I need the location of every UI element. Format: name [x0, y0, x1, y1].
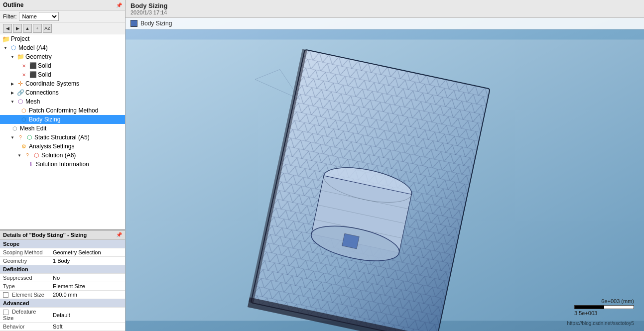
section-definition: Definition [0, 265, 125, 273]
geometry-toggle[interactable]: ▼ [9, 53, 16, 60]
section-advanced: Advanced [0, 299, 125, 308]
static-toggle[interactable]: ▼ [9, 134, 16, 141]
scale-bar: 6e+003 (mm) 3.5e+003 [574, 298, 634, 316]
solution-toggle[interactable]: ▼ [16, 152, 23, 159]
details-panel: Details of "Body Sizing" - Sizing 📌 Scop… [0, 229, 125, 331]
filter-select[interactable]: Name Type [19, 12, 59, 21]
left-panel: Outline 📌 Filter: Name Type ◀ ▶ ▲ + AZ 📁… [0, 0, 126, 331]
scale-bar-track [574, 305, 634, 309]
defeature-value[interactable]: Default [50, 308, 125, 323]
tree-item-solid1[interactable]: ✕ ⬛ Solid [0, 61, 125, 70]
scoping-label: Scoping Method [0, 248, 50, 256]
behavior-label: Behavior [0, 323, 50, 331]
analysis-label: Analysis Settings [29, 143, 74, 150]
pin-icon[interactable]: 📌 [116, 2, 122, 8]
viewport-header: Body Sizing 2020/1/3 17:14 [126, 0, 644, 18]
tree-item-analysis[interactable]: ⚙ Analysis Settings [0, 142, 125, 151]
solid2-toggle [16, 71, 20, 78]
tree-item-body-sizing[interactable]: ⬡ Body Sizing [0, 115, 125, 124]
solid1-toggle [16, 62, 20, 69]
suppressed-value[interactable]: No [50, 273, 125, 282]
tree-item-connections[interactable]: ▶ 🔗 Connections [0, 88, 125, 97]
sol-info-label: Solution Information [36, 161, 89, 168]
viewport-title: Body Sizing [130, 2, 639, 9]
detail-row-scoping: Scoping Method Geometry Selection [0, 248, 125, 256]
mesh-label: Mesh [25, 98, 40, 105]
outline-title: Outline [3, 1, 23, 8]
project-label: Project [11, 35, 29, 42]
viewport-legend: Body Sizing [126, 18, 644, 29]
viewport-date: 2020/1/3 17:14 [130, 9, 639, 15]
detail-row-element-size: Element Size 200.0 mm [0, 290, 125, 299]
type-label: Type [0, 282, 50, 290]
section-scope: Scope [0, 240, 125, 248]
tree-item-solution[interactable]: ▼ ? ⬡ Solution (A6) [0, 151, 125, 160]
forward-btn[interactable]: ▶ [13, 24, 22, 33]
tree-item-mesh[interactable]: ▼ ⬡ Mesh [0, 97, 125, 106]
outline-toolbar: ◀ ▶ ▲ + AZ [0, 23, 125, 34]
tree-item-coord[interactable]: ▶ ✛ Coordinate Systems [0, 79, 125, 88]
body-sizing-label: Body Sizing [29, 116, 60, 123]
details-title: Details of "Body Sizing" - Sizing [3, 232, 87, 238]
detail-row-geometry: Geometry 1 Body [0, 256, 125, 265]
details-table: Scope Scoping Method Geometry Selection … [0, 240, 125, 331]
tree-item-sol-info[interactable]: ℹ Solution Information [0, 160, 125, 169]
geometry-prop-value[interactable]: 1 Body [50, 256, 125, 265]
coord-label: Coordinate Systems [25, 80, 79, 87]
static-label: Static Structural (A5) [34, 134, 90, 141]
advanced-header: Advanced [0, 299, 125, 308]
element-size-checkbox[interactable] [3, 292, 8, 298]
mesh-edit-label: Mesh Edit [20, 125, 46, 132]
model-label: Model (A4) [18, 44, 48, 51]
detail-row-behavior: Behavior Soft [0, 323, 125, 331]
main-viewport: Body Sizing 2020/1/3 17:14 Body Sizing [126, 0, 644, 331]
tree-item-patch[interactable]: ⬡ Patch Conforming Method [0, 106, 125, 115]
geometry-prop-label: Geometry [0, 256, 50, 265]
legend-label: Body Sizing [140, 20, 172, 27]
model-toggle[interactable]: ▼ [2, 44, 9, 51]
scope-header: Scope [0, 240, 125, 248]
element-size-value[interactable]: 200.0 mm [50, 290, 125, 299]
connections-toggle[interactable]: ▶ [9, 89, 16, 96]
defeature-label: Defeature Size [0, 308, 50, 323]
coord-toggle[interactable]: ▶ [9, 80, 16, 87]
detail-row-suppressed: Suppressed No [0, 273, 125, 282]
defeature-checkbox[interactable] [3, 310, 8, 315]
connections-label: Connections [25, 89, 59, 96]
behavior-value[interactable]: Soft [50, 323, 125, 331]
suppressed-label: Suppressed [0, 273, 50, 282]
scoping-value[interactable]: Geometry Selection [50, 248, 125, 256]
detail-row-defeature: Defeature Size Default [0, 308, 125, 323]
detail-row-type: Type Element Size [0, 282, 125, 290]
definition-header: Definition [0, 265, 125, 273]
mesh-toggle[interactable]: ▼ [9, 98, 16, 105]
mesh-canvas[interactable]: 6e+003 (mm) 3.5e+003 https://blog.csdn.n… [126, 29, 644, 331]
geometry-label: Geometry [25, 53, 52, 60]
filter-row: Filter: Name Type [0, 10, 125, 23]
filter-label: Filter: [3, 13, 17, 19]
outline-header: Outline 📌 [0, 0, 125, 10]
details-pin-icon[interactable]: 📌 [116, 232, 122, 237]
mesh-svg [126, 29, 644, 331]
scale-sublabel: 3.5e+003 [574, 310, 597, 316]
element-size-label: Element Size [0, 290, 50, 299]
sort-btn[interactable]: AZ [43, 24, 52, 33]
tree-item-solid2[interactable]: ✕ ⬛ Solid [0, 70, 125, 79]
tree-item-static[interactable]: ▼ ? ⬡ Static Structural (A5) [0, 133, 125, 142]
watermark: https://blog.csdn.net/ssctotoy5 [567, 321, 634, 326]
tree-item-model[interactable]: ▼ ⬡ Model (A4) [0, 43, 125, 52]
tree-item-project[interactable]: 📁 Project [0, 34, 125, 43]
scale-label: 6e+003 (mm) [601, 298, 634, 304]
back-btn[interactable]: ◀ [3, 24, 12, 33]
type-value[interactable]: Element Size [50, 282, 125, 290]
add-btn[interactable]: + [33, 24, 42, 33]
legend-color-box [130, 20, 137, 27]
solid1-label: Solid [38, 62, 51, 69]
tree-container: 📁 Project ▼ ⬡ Model (A4) ▼ 📁 Geometry ✕ … [0, 34, 125, 229]
tree-item-mesh-edit[interactable]: ⬡ Mesh Edit [0, 124, 125, 133]
patch-label: Patch Conforming Method [29, 107, 98, 114]
tree-item-geometry[interactable]: ▼ 📁 Geometry [0, 52, 125, 61]
solution-label: Solution (A6) [41, 152, 76, 159]
up-btn[interactable]: ▲ [23, 24, 32, 33]
details-header: Details of "Body Sizing" - Sizing 📌 [0, 230, 125, 240]
